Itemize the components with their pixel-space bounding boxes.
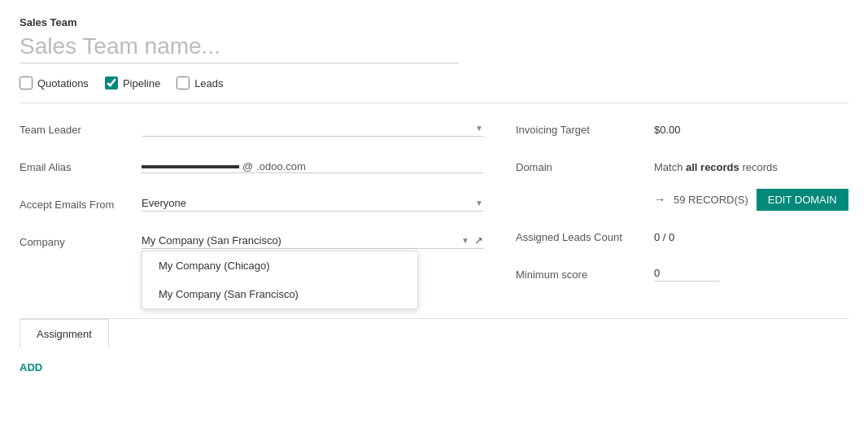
company-option-sf[interactable]: My Company (San Francisco) <box>142 280 417 308</box>
invoicing-target-label: Invoicing Target <box>516 124 654 136</box>
domain-match-text: Match all records records <box>654 161 778 173</box>
records-arrow-icon: → <box>654 193 665 206</box>
accept-emails-label: Accept Emails From <box>20 199 142 211</box>
team-leader-dropdown-icon[interactable]: ▼ <box>475 124 483 133</box>
email-domain: .odoo.com <box>256 160 306 172</box>
accept-emails-control: Everyone Authenticated Users Followers o… <box>142 197 483 212</box>
assigned-leads-row: Assigned Leads Count 0 / 0 <box>516 224 848 250</box>
quotations-checkbox[interactable] <box>20 76 33 90</box>
assigned-leads-value: 0 / 0 <box>654 231 674 243</box>
team-leader-row: Team Leader ▼ <box>20 116 483 142</box>
company-input[interactable] <box>142 234 458 247</box>
company-control: ▼ ↗ My Company (Chicago) My Company (San… <box>142 234 483 249</box>
records-row: → 59 RECORD(S) EDIT DOMAIN <box>516 186 848 212</box>
email-alias-label: Email Alias <box>20 161 142 173</box>
accept-emails-select-wrapper: Everyone Authenticated Users Followers o… <box>142 197 483 212</box>
company-external-link-icon[interactable]: ↗ <box>474 234 483 247</box>
team-leader-input[interactable] <box>142 122 472 134</box>
min-score-label: Minimum score <box>516 269 654 281</box>
pipeline-checkbox[interactable] <box>105 76 118 90</box>
sales-team-label: Sales Team <box>20 16 848 28</box>
team-leader-control: ▼ <box>142 122 483 137</box>
email-at-sign: @ <box>239 160 256 172</box>
form-right: Invoicing Target $0.00 Domain Match all … <box>516 116 848 299</box>
company-input-wrapper: ▼ ↗ <box>142 234 483 249</box>
accept-emails-row: Accept Emails From Everyone Authenticate… <box>20 191 483 217</box>
checkboxes-row: Quotations Pipeline Leads <box>20 76 848 98</box>
leads-checkbox[interactable] <box>177 76 190 90</box>
team-leader-input-wrapper: ▼ <box>142 122 483 137</box>
team-name-input[interactable] <box>20 33 459 63</box>
accept-emails-select[interactable]: Everyone Authenticated Users Followers o… <box>142 197 472 209</box>
domain-row: Domain Match all records records <box>516 154 848 180</box>
email-local-part <box>142 165 239 168</box>
min-score-row: Minimum score <box>516 261 848 287</box>
company-label: Company <box>20 236 142 248</box>
edit-domain-button[interactable]: EDIT DOMAIN <box>757 189 848 211</box>
company-option-chicago[interactable]: My Company (Chicago) <box>142 251 417 280</box>
tab-area: Assignment <box>20 318 848 348</box>
form-left: Team Leader ▼ Email Alias @ .odoo.com Ac <box>20 116 483 299</box>
email-alias-row: Email Alias @ .odoo.com <box>20 154 483 180</box>
domain-label: Domain <box>516 161 654 173</box>
company-dropdown-icon[interactable]: ▼ <box>461 236 469 245</box>
leads-label: Leads <box>194 77 223 90</box>
records-count: 59 RECORD(S) <box>674 194 748 206</box>
add-button[interactable]: ADD <box>20 348 42 386</box>
quotations-label: Quotations <box>37 77 89 90</box>
assignment-tab[interactable]: Assignment <box>20 319 109 348</box>
email-input-wrapper: @ .odoo.com <box>142 160 483 173</box>
accept-emails-dropdown-icon: ▼ <box>475 199 483 207</box>
domain-match-bold: all records <box>686 161 739 173</box>
quotations-checkbox-item[interactable]: Quotations <box>20 76 89 90</box>
company-row: Company ▼ ↗ My Company (Chicago) My Comp… <box>20 229 483 255</box>
assigned-leads-label: Assigned Leads Count <box>516 231 654 243</box>
company-dropdown-menu: My Company (Chicago) My Company (San Fra… <box>142 251 418 309</box>
team-leader-label: Team Leader <box>20 124 142 136</box>
form-layout: Team Leader ▼ Email Alias @ .odoo.com Ac <box>20 116 848 299</box>
invoicing-target-row: Invoicing Target $0.00 <box>516 116 848 142</box>
divider <box>20 103 848 103</box>
pipeline-label: Pipeline <box>123 77 160 90</box>
min-score-input[interactable] <box>654 267 719 282</box>
invoicing-target-value: $0.00 <box>654 124 681 136</box>
pipeline-checkbox-item[interactable]: Pipeline <box>105 76 160 90</box>
leads-checkbox-item[interactable]: Leads <box>177 76 223 90</box>
tab-bar: Assignment <box>20 319 848 348</box>
email-alias-control: @ .odoo.com <box>142 160 483 173</box>
